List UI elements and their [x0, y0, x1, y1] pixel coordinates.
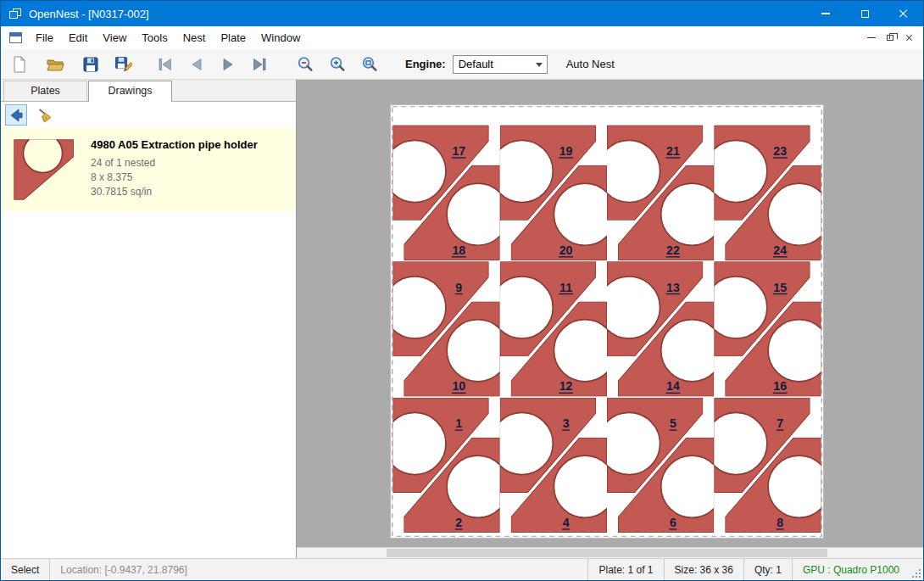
save-button[interactable]	[79, 53, 103, 76]
grip-dots-icon	[911, 568, 921, 578]
mdi-minimize-button[interactable]	[862, 31, 881, 46]
part-number-label: 3	[563, 416, 570, 430]
go-first-icon	[156, 55, 175, 74]
new-button[interactable]	[8, 53, 31, 76]
main-toolbar: Engine: Default Auto Nest	[1, 49, 923, 80]
part-number-label: 6	[670, 516, 676, 529]
scrollbar-thumb[interactable]	[387, 549, 827, 557]
mdi-window-controls	[862, 31, 923, 46]
zoom-in-button[interactable]	[326, 53, 349, 76]
part-number-label: 10	[452, 379, 465, 393]
part-number-label: 11	[559, 281, 572, 294]
part-number-label: 5	[670, 416, 676, 430]
title-bar: OpenNest - [N0317-002]	[1, 1, 923, 26]
zoom-in-icon	[328, 55, 347, 74]
engine-selected-value: Default	[459, 58, 493, 70]
mdi-restore-icon	[887, 35, 893, 41]
chevron-down-icon	[536, 63, 543, 67]
open-button[interactable]	[43, 53, 67, 76]
nav-first-button[interactable]	[153, 53, 177, 76]
drawing-item-text: 4980 A05 Extraction pipe holder 24 of 1 …	[91, 134, 258, 205]
mdi-close-button[interactable]	[899, 31, 918, 46]
save-floppy-icon	[81, 55, 100, 74]
drawing-area: 30.7815 sq/in	[91, 185, 258, 199]
part-number-label: 23	[773, 144, 787, 158]
import-drawing-button[interactable]	[5, 104, 27, 126]
import-arrow-icon	[8, 107, 25, 124]
part-number-label: 13	[666, 281, 680, 294]
part-notch	[23, 137, 62, 173]
menu-plate[interactable]: Plate	[213, 28, 253, 47]
part-number-label: 18	[452, 243, 465, 257]
new-page-icon	[10, 55, 29, 74]
part-number-label: 21	[666, 144, 680, 158]
sidebar: Plates Drawings	[1, 80, 297, 558]
menu-view[interactable]: View	[95, 28, 134, 47]
part-number-label: 19	[559, 144, 573, 158]
part-number-label: 2	[455, 516, 462, 529]
part-number-label: 1	[455, 416, 462, 430]
save-edit-icon	[114, 55, 132, 74]
horizontal-scrollbar[interactable]	[297, 547, 923, 558]
status-bar: Select Location: [-0.9437, 21.8796] Plat…	[1, 558, 923, 580]
drawing-dimensions: 8 x 8.375	[91, 170, 258, 185]
nav-next-button[interactable]	[216, 53, 240, 76]
nav-last-button[interactable]	[248, 53, 271, 76]
menu-file[interactable]: File	[28, 28, 61, 47]
part-number-label: 9	[455, 281, 462, 294]
part-number-label: 7	[776, 416, 783, 430]
maximize-button[interactable]	[845, 1, 884, 26]
document-icon	[9, 31, 23, 44]
tab-plates[interactable]: Plates	[3, 81, 87, 101]
tab-drawings[interactable]: Drawings	[88, 81, 172, 102]
zoom-out-button[interactable]	[293, 53, 317, 76]
menu-nest[interactable]: Nest	[175, 28, 214, 47]
drawings-list: 4980 A05 Extraction pipe holder 24 of 1 …	[1, 128, 296, 558]
plate[interactable]: 171819202122232491011121314151612345678	[390, 104, 824, 539]
engine-select[interactable]: Default	[453, 55, 548, 74]
menu-bar: File Edit View Tools Nest Plate Window	[1, 26, 923, 49]
engine-label: Engine:	[405, 58, 446, 70]
save-edit-button[interactable]	[111, 53, 135, 76]
nav-prev-button[interactable]	[185, 53, 209, 76]
app-window: OpenNest - [N0317-002] File Edit View To…	[0, 0, 924, 581]
part-number-label: 24	[773, 243, 787, 257]
part-number-label: 12	[559, 379, 573, 393]
go-last-icon	[250, 55, 269, 74]
minimize-icon	[821, 13, 830, 14]
status-location: Location: [-0.9437, 21.8796]	[50, 559, 197, 580]
nest-canvas[interactable]: 171819202122232491011121314151612345678	[297, 80, 923, 558]
part-number-label: 22	[666, 243, 680, 257]
menu-window[interactable]: Window	[253, 28, 308, 47]
auto-nest-button[interactable]: Auto Nest	[561, 54, 620, 74]
go-next-icon	[219, 55, 237, 74]
part-number-label: 17	[452, 144, 465, 158]
minimize-button[interactable]	[806, 1, 845, 26]
maximize-icon	[861, 10, 869, 18]
clean-button[interactable]	[34, 104, 56, 126]
drawing-title: 4980 A05 Extraction pipe holder	[91, 138, 258, 151]
zoom-fit-button[interactable]	[358, 53, 381, 76]
status-qty: Qty: 1	[743, 559, 792, 580]
open-folder-icon	[46, 55, 64, 74]
status-size: Size: 36 x 36	[664, 559, 743, 580]
part-number-label: 14	[666, 379, 680, 393]
part-number-label: 4	[563, 516, 570, 529]
window-title: OpenNest - [N0317-002]	[29, 8, 149, 20]
close-button[interactable]	[884, 1, 923, 26]
gpu-status: GPU : Quadro P1000	[792, 559, 910, 580]
menu-tools[interactable]: Tools	[134, 28, 175, 47]
mdi-restore-button[interactable]	[881, 31, 899, 46]
sidebar-toolbar	[1, 102, 296, 128]
broom-icon	[36, 107, 53, 124]
list-item-drawing[interactable]: 4980 A05 Extraction pipe holder 24 of 1 …	[1, 128, 296, 211]
menu-edit[interactable]: Edit	[61, 28, 95, 47]
part-number-label: 20	[559, 243, 573, 257]
sidebar-tabs: Plates Drawings	[1, 80, 296, 102]
app-icon	[8, 8, 22, 20]
mdi-close-icon	[905, 34, 913, 42]
close-icon	[899, 8, 909, 19]
part-thumbnail	[8, 134, 81, 205]
resize-grip[interactable]	[910, 559, 923, 580]
status-mode: Select	[1, 559, 50, 580]
